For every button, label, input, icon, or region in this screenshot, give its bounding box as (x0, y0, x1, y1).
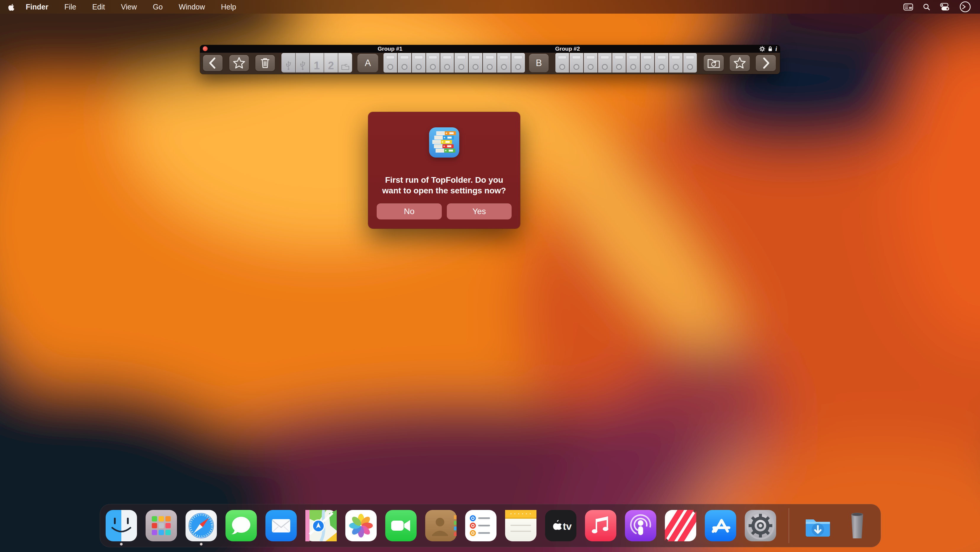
dock-item-app-store[interactable] (705, 510, 736, 541)
first-run-dialog: First run of TopFolder. Do you want to o… (368, 112, 520, 229)
dock-item-reminders[interactable] (465, 510, 496, 541)
lock-icon[interactable] (768, 46, 773, 52)
slot-label (672, 56, 680, 59)
dock-item-news[interactable] (665, 510, 696, 541)
group-b-key[interactable]: B (529, 54, 549, 72)
folder-slot-button[interactable] (570, 53, 583, 73)
dock-item-music[interactable] (585, 510, 616, 541)
folder-slot-button[interactable] (655, 53, 668, 73)
folder-slot-button[interactable] (511, 53, 525, 73)
dock-item-maps[interactable] (305, 510, 337, 541)
back-button[interactable] (203, 55, 223, 71)
forward-button[interactable] (756, 55, 776, 71)
no-button[interactable]: No (377, 203, 442, 219)
dock-item-downloads[interactable] (802, 510, 833, 541)
slot-circle (487, 64, 493, 70)
folder-slot-button[interactable] (483, 53, 496, 73)
slot-label (486, 56, 494, 59)
folder-slot-button[interactable] (426, 53, 440, 73)
folder-slot-button[interactable] (641, 53, 654, 73)
window-titlebar[interactable]: Group #1 Group #2 i (200, 45, 780, 53)
dock-item-finder[interactable] (106, 510, 137, 541)
folder-slot-button[interactable] (584, 53, 597, 73)
trash-icon (255, 55, 275, 71)
folder-slot-button[interactable] (598, 53, 612, 73)
menu-item-file[interactable]: File (64, 0, 76, 14)
topfolder-app-icon (429, 127, 459, 158)
facetime-icon (385, 510, 417, 541)
slot-circle (588, 64, 593, 70)
dock-item-messages[interactable] (226, 510, 257, 541)
app-store-icon (705, 510, 736, 541)
folder-slot-button[interactable] (612, 53, 626, 73)
menu-item-view[interactable]: View (121, 0, 137, 14)
menu-item-finder[interactable]: Finder (26, 0, 48, 14)
usb-device-key[interactable] (296, 53, 310, 73)
dialog-message: First run of TopFolder. Do you want to o… (371, 175, 517, 196)
slot-label (387, 56, 395, 59)
folder-slot-button[interactable] (555, 53, 569, 73)
slot-label (629, 56, 637, 59)
settings-gear-icon (745, 510, 776, 541)
trash-button[interactable] (255, 55, 275, 71)
dock-item-facetime[interactable] (385, 510, 417, 541)
folder-slot-button[interactable] (469, 53, 482, 73)
dock-item-safari[interactable] (186, 510, 217, 541)
info-icon[interactable]: i (775, 46, 777, 52)
folder-slot-button[interactable] (383, 53, 397, 73)
menu-bar-status-area (904, 1, 980, 13)
slot-circle (616, 64, 622, 70)
folder-slot-button[interactable] (455, 53, 468, 73)
group-a-key[interactable]: A (358, 54, 378, 72)
dock-item-system-settings[interactable] (745, 510, 776, 541)
folder-slot-button[interactable] (398, 53, 411, 73)
numbered-key-2[interactable]: 2 (324, 53, 338, 73)
slot-circle (630, 64, 636, 70)
gear-icon[interactable] (759, 46, 765, 52)
folder-key[interactable] (338, 53, 352, 73)
folder-slot-button[interactable] (497, 53, 511, 73)
menu-item-help[interactable]: Help (221, 0, 236, 14)
apple-menu[interactable] (8, 3, 14, 11)
folder-slot-button[interactable] (627, 53, 640, 73)
folder-slot-button[interactable] (440, 53, 454, 73)
favorites-button-right[interactable] (730, 55, 750, 71)
slot-circle (473, 64, 479, 70)
spotlight-search-icon[interactable] (923, 3, 930, 11)
mail-icon (266, 510, 297, 541)
menu-item-window[interactable]: Window (179, 0, 205, 14)
numbered-key-1[interactable]: 1 (310, 53, 324, 73)
folder-history-button[interactable] (704, 55, 724, 71)
usb-device-key[interactable] (282, 53, 295, 73)
slot-circle (501, 64, 507, 70)
dock-item-trash[interactable] (842, 510, 873, 541)
star-icon (229, 55, 249, 71)
menu-item-go[interactable]: Go (153, 0, 163, 14)
control-center-icon[interactable] (940, 3, 950, 11)
slot-circle (458, 64, 464, 70)
close-button[interactable] (203, 46, 208, 51)
favorites-button[interactable] (229, 55, 249, 71)
slot-label (644, 56, 652, 59)
dock-item-tv[interactable]: tv (545, 510, 576, 541)
slot-circle (644, 64, 651, 70)
dock-item-contacts[interactable] (425, 510, 457, 541)
finder-icon (106, 510, 137, 541)
folder-slot-button[interactable] (683, 53, 697, 73)
folder-slot-button[interactable] (412, 53, 425, 73)
yes-button[interactable]: Yes (447, 203, 512, 219)
desktop: Finder File Edit View Go Window Help (0, 0, 980, 552)
dock-item-podcasts[interactable] (625, 510, 656, 541)
dock-item-launchpad[interactable] (146, 510, 177, 541)
dock-item-notes[interactable] (505, 510, 536, 541)
dock-divider (789, 508, 789, 543)
menu-item-edit[interactable]: Edit (92, 0, 105, 14)
clock-icon[interactable] (959, 1, 971, 13)
group2-slot-row (555, 53, 697, 73)
dock-item-mail[interactable] (266, 510, 297, 541)
contacts-icon (425, 510, 457, 541)
folder-slot-button[interactable] (669, 53, 682, 73)
input-source-icon[interactable] (904, 3, 913, 11)
apple-tv-icon: tv (545, 510, 576, 541)
dock-item-photos[interactable] (345, 510, 377, 541)
